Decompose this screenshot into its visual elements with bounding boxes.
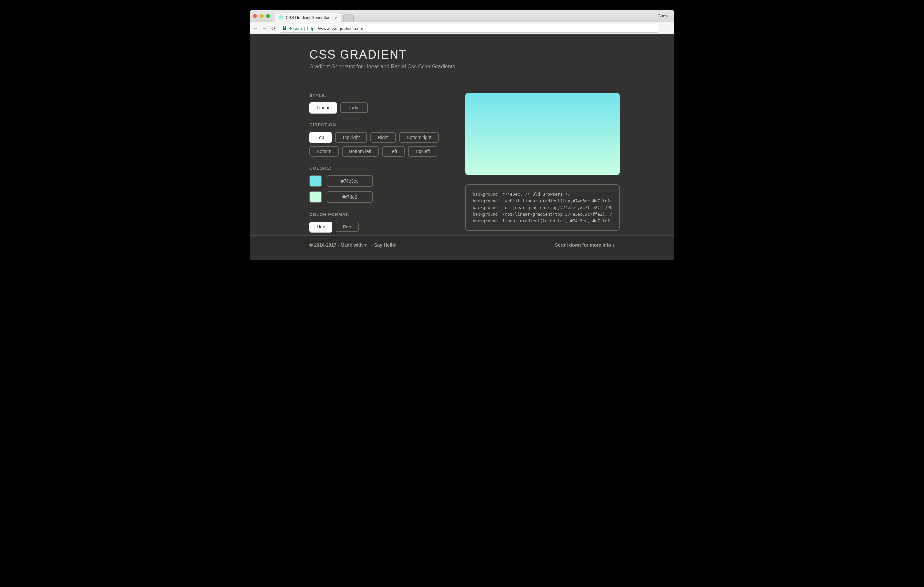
format-hex-button[interactable]: Hex [309, 222, 332, 232]
close-tab-icon[interactable]: × [335, 15, 338, 20]
css-output[interactable]: background: #74e3ec; /* Old Browsers */ … [465, 184, 620, 231]
code-line: background: linear-gradient(to bottom, #… [473, 218, 610, 223]
gradient-preview [465, 93, 620, 175]
format-options: Hex Rgb [309, 222, 449, 232]
maximize-window-button[interactable] [266, 14, 270, 18]
colors-label: COLORS: [309, 166, 449, 171]
color-2-input[interactable] [327, 191, 373, 202]
browser-tab[interactable]: CSS Gradient Generator × [275, 13, 341, 22]
content-container: CSS GRADIENT Gradient Generator for Line… [309, 48, 615, 232]
main-layout: STYLE: Linear Radial DIRECTION: Top Top … [309, 93, 615, 232]
code-line: background: -moz-linear-gradient(top,#74… [473, 212, 612, 217]
format-label: COLOR FORMAT: [309, 212, 449, 217]
tab-strip: CSS Gradient Generator × [275, 10, 658, 22]
footer-copyright: © 2016-2017 - Made with [309, 242, 364, 248]
titlebar: CSS Gradient Generator × Guest [249, 10, 675, 22]
code-line: background: #74e3ec; /* Old Browsers */ [473, 192, 570, 197]
direction-top-button[interactable]: Top [309, 132, 332, 143]
secure-label: Secure [289, 26, 302, 31]
style-linear-button[interactable]: Linear [309, 102, 337, 113]
direction-label: DIRECTION: [309, 122, 449, 127]
reload-icon[interactable]: ⟳ [272, 25, 276, 31]
color-1-row [309, 176, 449, 187]
browser-toolbar: ← → ⟳ Secure | https://www.css-gradient.… [249, 22, 675, 35]
close-window-button[interactable] [253, 14, 257, 18]
page-title: CSS GRADIENT [309, 48, 615, 62]
footer: © 2016-2017 - Made with ♥ → Say Hello! S… [249, 235, 675, 256]
direction-bottom-left-button[interactable]: Bottom left [342, 146, 379, 156]
browser-window: CSS Gradient Generator × Guest ← → ⟳ Sec… [249, 10, 675, 260]
color-2-swatch[interactable] [309, 191, 322, 202]
back-icon[interactable]: ← [253, 25, 258, 31]
direction-top-left-button[interactable]: Top left [408, 146, 437, 156]
code-line: background: -webkit-linear-gradient(top,… [473, 198, 610, 203]
direction-left-button[interactable]: Left [382, 146, 404, 156]
url: https://www.css-gradient.com [307, 26, 363, 31]
style-options: Linear Radial [309, 102, 449, 113]
minimize-window-button[interactable] [259, 14, 264, 18]
profile-label[interactable]: Guest [658, 13, 671, 18]
style-label: STYLE: [309, 93, 449, 98]
lock-icon [283, 26, 286, 31]
direction-bottom-right-button[interactable]: Bottom right [399, 132, 439, 143]
browser-menu-icon[interactable]: ⋮ [663, 25, 671, 31]
code-line: background: -o-linear-gradient(top,#74e3… [473, 205, 612, 210]
page: CSS GRADIENT Gradient Generator for Line… [249, 35, 675, 260]
direction-bottom-button[interactable]: Bottom [309, 146, 338, 156]
url-protocol: https [307, 26, 317, 31]
separator: | [304, 26, 305, 31]
footer-say-hello[interactable]: → Say Hello! [367, 242, 396, 248]
preview-panel: background: #74e3ec; /* Old Browsers */ … [465, 93, 620, 232]
page-subtitle: Gradient Generator for Linear and Radial… [309, 64, 615, 70]
format-rgb-button[interactable]: Rgb [335, 222, 359, 232]
direction-options: Top Top right Right Bottom right Bottom … [309, 132, 449, 156]
footer-left: © 2016-2017 - Made with ♥ → Say Hello! [309, 242, 397, 248]
style-radial-button[interactable]: Radial [340, 102, 368, 113]
new-tab-button[interactable] [343, 14, 354, 22]
favicon-icon [279, 15, 283, 20]
footer-scroll-hint: Scroll down for more info ↓ [555, 242, 615, 248]
tab-title: CSS Gradient Generator [286, 15, 332, 20]
url-rest: ://www.css-gradient.com [317, 26, 363, 31]
window-controls [253, 14, 270, 18]
direction-right-button[interactable]: Right [370, 132, 396, 143]
controls-panel: STYLE: Linear Radial DIRECTION: Top Top … [309, 93, 449, 232]
forward-icon[interactable]: → [262, 25, 267, 31]
color-1-input[interactable] [327, 176, 373, 187]
address-bar[interactable]: Secure | https://www.css-gradient.com [280, 24, 659, 33]
direction-top-right-button[interactable]: Top right [335, 132, 367, 143]
color-1-swatch[interactable] [309, 176, 322, 187]
color-2-row [309, 191, 449, 202]
